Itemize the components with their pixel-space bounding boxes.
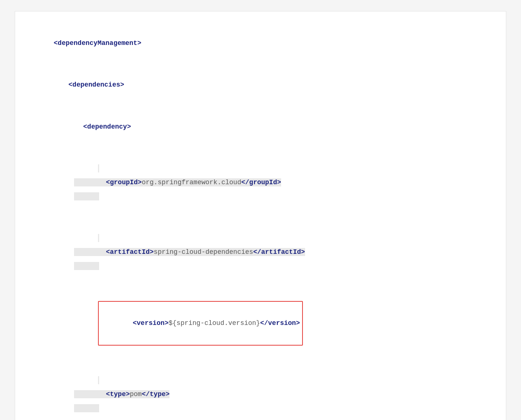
line-dependency-open: <dependency> [30, 106, 491, 148]
page: <dependencyManagement> <dependencies> <d… [0, 0, 521, 420]
artifactid-value-1: spring-cloud-dependencies [154, 248, 253, 256]
tag-groupid-close-1: </groupId> [241, 179, 281, 186]
tag-artifactid-close-1: </artifactId> [253, 248, 305, 256]
tag-groupid-open-1: <groupId> [106, 179, 141, 186]
code-block-top: <dependencyManagement> <dependencies> <d… [15, 11, 506, 420]
tag-type-open: <type> [106, 391, 130, 398]
line-version-1: <version>${spring-cloud.version}</versio… [30, 287, 491, 360]
type-value: pom [130, 391, 141, 398]
version-value-1: ${spring-cloud.version} [168, 319, 260, 327]
tag-dependency-open: <dependency> [83, 123, 131, 130]
tag-version-open-1: <version> [133, 319, 168, 327]
line-dependency-management-open: <dependencyManagement> [30, 22, 491, 64]
line-artifactid-1: <artifactId>spring-cloud-dependencies</a… [30, 217, 491, 287]
groupid-value-1: org.springframework.cloud [142, 179, 241, 186]
tag-version-close-1: </version> [260, 319, 300, 327]
line-dependencies-open: <dependencies> [30, 64, 491, 106]
version-highlight-box-1: <version>${spring-cloud.version}</versio… [98, 301, 303, 346]
tag-dependency-management-open: <dependencyManagement> [54, 39, 141, 47]
tag-type-close: </type> [142, 391, 170, 398]
tag-artifactid-open-1: <artifactId> [106, 248, 154, 256]
tag-dependencies-open: <dependencies> [69, 81, 124, 88]
line-type: <type>pom</type> [30, 360, 491, 420]
line-groupid-1: <groupId>org.springframework.cloud</grou… [30, 148, 491, 217]
